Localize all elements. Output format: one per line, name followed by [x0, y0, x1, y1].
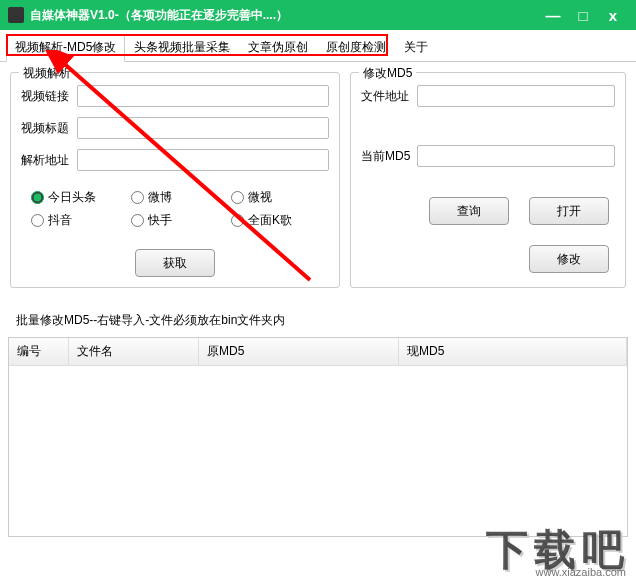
- query-button[interactable]: 查询: [429, 197, 509, 225]
- col-id[interactable]: 编号: [9, 338, 69, 365]
- tab-article-rewrite[interactable]: 文章伪原创: [239, 34, 317, 61]
- video-parse-legend: 视频解析: [19, 65, 75, 82]
- col-original-md5[interactable]: 原MD5: [199, 338, 399, 365]
- current-md5-label: 当前MD5: [361, 148, 417, 165]
- tab-about[interactable]: 关于: [395, 34, 437, 61]
- window-title: 自媒体神器V1.0-（各项功能正在逐步完善中....）: [30, 7, 538, 24]
- radio-douyin[interactable]: 抖音: [31, 212, 101, 229]
- current-md5-input[interactable]: [417, 145, 615, 167]
- video-title-input[interactable]: [77, 117, 329, 139]
- parse-addr-input[interactable]: [77, 149, 329, 171]
- get-button[interactable]: 获取: [135, 249, 215, 277]
- tab-originality-check[interactable]: 原创度检测: [317, 34, 395, 61]
- app-icon: [8, 7, 24, 23]
- tab-toutiao-batch[interactable]: 头条视频批量采集: [125, 34, 239, 61]
- close-button[interactable]: x: [598, 7, 628, 24]
- video-title-label: 视频标题: [21, 120, 77, 137]
- parse-addr-label: 解析地址: [21, 152, 77, 169]
- maximize-button[interactable]: □: [568, 7, 598, 24]
- titlebar: 自媒体神器V1.0-（各项功能正在逐步完善中....） — □ x: [0, 0, 636, 30]
- table-header: 编号 文件名 原MD5 现MD5: [9, 338, 627, 366]
- batch-section-label: 批量修改MD5--右键导入-文件必须放在bin文件夹内: [8, 308, 636, 333]
- radio-weishi[interactable]: 微视: [231, 189, 301, 206]
- file-addr-label: 文件地址: [361, 88, 417, 105]
- watermark-url: www.xiazaiba.com: [536, 566, 626, 578]
- file-addr-input[interactable]: [417, 85, 615, 107]
- radio-kuaishou[interactable]: 快手: [131, 212, 201, 229]
- radio-quanmink[interactable]: 全面K歌: [231, 212, 301, 229]
- modify-button[interactable]: 修改: [529, 245, 609, 273]
- md5-modify-legend: 修改MD5: [359, 65, 416, 82]
- video-link-input[interactable]: [77, 85, 329, 107]
- radio-weibo[interactable]: 微博: [131, 189, 201, 206]
- md5-modify-panel: 修改MD5 文件地址 当前MD5 查询 打开 修改: [350, 72, 626, 288]
- tab-video-parse-md5[interactable]: 视频解析-MD5修改: [6, 34, 125, 62]
- table-body[interactable]: [9, 366, 627, 538]
- radio-toutiao[interactable]: 今日头条: [31, 189, 101, 206]
- col-filename[interactable]: 文件名: [69, 338, 199, 365]
- minimize-button[interactable]: —: [538, 7, 568, 24]
- source-radio-group: 今日头条 微博 微视 抖音 快手 全面K歌: [21, 181, 329, 237]
- tab-bar: 视频解析-MD5修改 头条视频批量采集 文章伪原创 原创度检测 关于: [0, 30, 636, 62]
- open-button[interactable]: 打开: [529, 197, 609, 225]
- batch-table: 编号 文件名 原MD5 现MD5: [8, 337, 628, 537]
- video-link-label: 视频链接: [21, 88, 77, 105]
- video-parse-panel: 视频解析 视频链接 视频标题 解析地址 今日头条 微博 微视 抖音 快手 全面K…: [10, 72, 340, 288]
- col-current-md5[interactable]: 现MD5: [399, 338, 627, 365]
